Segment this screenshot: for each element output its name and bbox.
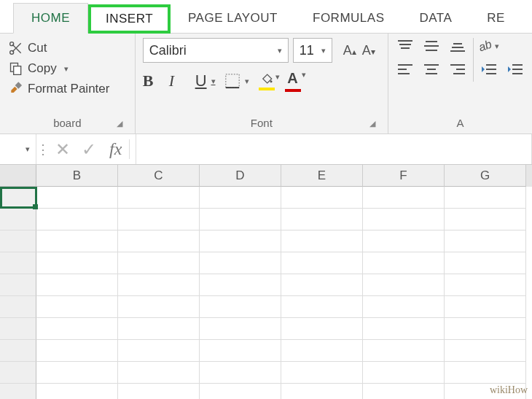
row-header[interactable] bbox=[0, 231, 36, 252]
cancel-formula-button[interactable]: ✕ bbox=[50, 139, 76, 160]
font-color-button[interactable]: A ▾ bbox=[284, 70, 302, 92]
insert-function-button[interactable]: fx bbox=[102, 139, 130, 159]
cell[interactable] bbox=[445, 318, 526, 340]
italic-button[interactable]: I bbox=[169, 71, 187, 90]
decrease-indent-button[interactable] bbox=[480, 61, 498, 77]
cell[interactable] bbox=[200, 362, 281, 384]
cell[interactable] bbox=[363, 384, 445, 399]
cell[interactable] bbox=[36, 318, 118, 340]
cell[interactable] bbox=[363, 362, 445, 384]
row-header[interactable] bbox=[0, 362, 36, 384]
tab-review[interactable]: RE bbox=[469, 4, 523, 33]
cell[interactable] bbox=[118, 384, 200, 399]
align-middle-button[interactable] bbox=[422, 38, 441, 54]
cell[interactable] bbox=[363, 274, 445, 296]
tab-page-layout[interactable]: PAGE LAYOUT bbox=[171, 4, 295, 33]
cell[interactable] bbox=[36, 252, 118, 274]
cell[interactable] bbox=[36, 362, 118, 384]
clipboard-launcher-icon[interactable]: ◢ bbox=[114, 119, 125, 129]
cell[interactable] bbox=[200, 187, 281, 209]
align-right-button[interactable] bbox=[448, 61, 467, 77]
cell[interactable] bbox=[281, 384, 363, 399]
cell[interactable] bbox=[118, 340, 200, 362]
cell[interactable] bbox=[36, 296, 118, 318]
column-header[interactable]: G bbox=[445, 165, 526, 187]
cell[interactable] bbox=[445, 274, 526, 296]
cell[interactable] bbox=[363, 296, 445, 318]
cell[interactable] bbox=[200, 296, 281, 318]
cell[interactable] bbox=[118, 318, 200, 340]
cell[interactable] bbox=[281, 362, 363, 384]
align-left-button[interactable] bbox=[396, 61, 415, 77]
tab-home[interactable]: HOME bbox=[13, 3, 88, 34]
cell[interactable] bbox=[445, 252, 526, 274]
cell[interactable] bbox=[36, 231, 118, 252]
select-all-corner[interactable] bbox=[0, 165, 36, 187]
cell[interactable] bbox=[36, 340, 118, 362]
tab-data[interactable]: DATA bbox=[402, 4, 469, 33]
row-header[interactable] bbox=[0, 340, 36, 362]
font-launcher-icon[interactable]: ◢ bbox=[367, 119, 378, 129]
row-header[interactable] bbox=[0, 209, 36, 231]
cell[interactable] bbox=[200, 209, 281, 231]
cell[interactable] bbox=[363, 187, 445, 209]
font-family-select[interactable]: Calibri ▾ bbox=[143, 38, 289, 63]
cell[interactable] bbox=[445, 231, 526, 252]
cell[interactable] bbox=[118, 231, 200, 252]
cell[interactable] bbox=[118, 296, 200, 318]
cell[interactable] bbox=[445, 296, 526, 318]
cell[interactable] bbox=[200, 274, 281, 296]
cut-button[interactable]: Cut bbox=[7, 38, 128, 58]
cell[interactable] bbox=[281, 209, 363, 231]
enter-formula-button[interactable]: ✓ bbox=[76, 139, 102, 160]
cell[interactable] bbox=[445, 340, 526, 362]
underline-button[interactable]: U▾ bbox=[195, 71, 216, 90]
cell[interactable] bbox=[118, 209, 200, 231]
cell[interactable] bbox=[36, 384, 118, 399]
column-header[interactable]: C bbox=[118, 165, 200, 187]
row-header[interactable] bbox=[0, 252, 36, 274]
increase-indent-button[interactable] bbox=[506, 61, 525, 77]
cell[interactable] bbox=[281, 187, 363, 209]
align-bottom-button[interactable] bbox=[448, 38, 467, 54]
row-header[interactable] bbox=[0, 384, 36, 399]
cell[interactable] bbox=[118, 274, 200, 296]
decrease-font-button[interactable]: A▾ bbox=[360, 40, 378, 61]
cell[interactable] bbox=[281, 231, 363, 252]
orientation-button[interactable]: ab▾ bbox=[480, 38, 498, 54]
cell[interactable] bbox=[118, 187, 200, 209]
cell[interactable] bbox=[363, 209, 445, 231]
cell[interactable] bbox=[445, 187, 526, 209]
cell[interactable] bbox=[445, 362, 526, 384]
format-painter-button[interactable]: Format Painter bbox=[7, 79, 128, 99]
cell[interactable] bbox=[363, 231, 445, 252]
cell[interactable] bbox=[36, 274, 118, 296]
copy-button[interactable]: Copy ▾ bbox=[7, 58, 128, 79]
bold-button[interactable]: B bbox=[143, 71, 160, 90]
column-header[interactable]: B bbox=[36, 165, 118, 187]
row-header[interactable] bbox=[0, 187, 36, 209]
cell[interactable] bbox=[363, 340, 445, 362]
cell[interactable] bbox=[281, 296, 363, 318]
row-header[interactable] bbox=[0, 274, 36, 296]
cell[interactable] bbox=[363, 252, 445, 274]
cell[interactable] bbox=[363, 318, 445, 340]
cell[interactable] bbox=[281, 318, 363, 340]
increase-font-button[interactable]: A▴ bbox=[341, 40, 359, 61]
name-box[interactable]: ▾ bbox=[0, 134, 36, 164]
column-header[interactable]: D bbox=[200, 165, 281, 187]
font-size-select[interactable]: 11 ▾ bbox=[293, 38, 332, 63]
align-center-button[interactable] bbox=[422, 61, 441, 77]
cell[interactable] bbox=[200, 340, 281, 362]
cell[interactable] bbox=[118, 252, 200, 274]
cell[interactable] bbox=[200, 252, 281, 274]
borders-button[interactable]: ▾ bbox=[224, 73, 249, 89]
tab-insert[interactable]: INSERT bbox=[88, 4, 171, 34]
cell[interactable] bbox=[200, 318, 281, 340]
cell[interactable] bbox=[118, 362, 200, 384]
fill-color-button[interactable]: ▾ bbox=[258, 72, 275, 90]
cell[interactable] bbox=[445, 209, 526, 231]
cell[interactable] bbox=[200, 231, 281, 252]
column-header[interactable]: F bbox=[363, 165, 445, 187]
align-top-button[interactable] bbox=[396, 38, 415, 54]
